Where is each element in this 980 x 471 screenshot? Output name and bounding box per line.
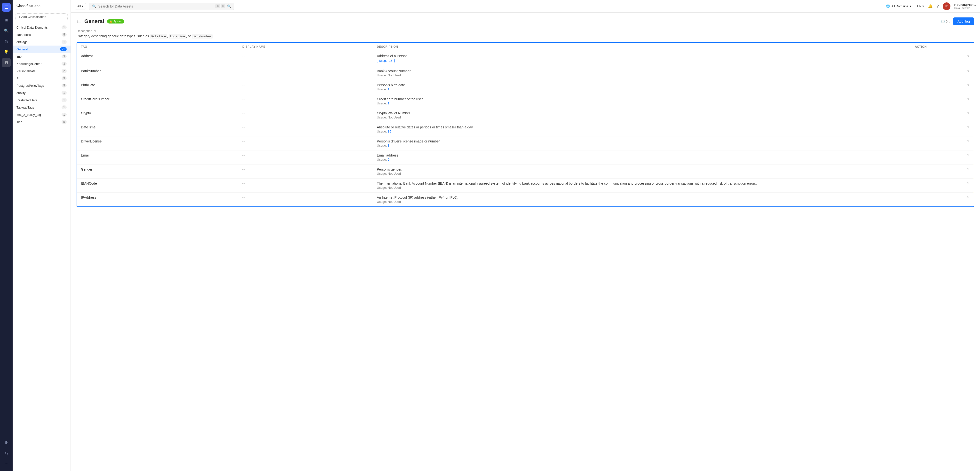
- sidebar-item-databricks[interactable]: databricks5: [13, 31, 70, 38]
- display-name: --: [242, 69, 245, 73]
- sidebar-item-label: imp: [16, 55, 22, 58]
- tag-name: IBANCode: [81, 181, 97, 185]
- add-classification-button[interactable]: + Add Classification: [16, 13, 68, 20]
- sidebar-item-count: 2: [62, 69, 67, 73]
- usage-link[interactable]: 35: [388, 130, 391, 133]
- all-filter-dropdown[interactable]: All ▾: [75, 3, 86, 10]
- edit-icon[interactable]: ✎: [967, 196, 970, 199]
- sidebar-item-count: 3: [62, 76, 67, 80]
- user-role: Data Steward: [954, 6, 976, 10]
- sidebar-item-test_2_policy_tag[interactable]: test_2_policy_tag1: [13, 111, 70, 118]
- description-cell: The International Bank Account Number (I…: [377, 181, 907, 185]
- sidebar-item-knowledgecenter[interactable]: KnowledgeCenter3: [13, 60, 70, 67]
- description-text: Category describing generic data types, …: [76, 34, 974, 38]
- sidebar-item-restricteddata[interactable]: RestrictedData1: [13, 96, 70, 104]
- table-row: DriverLicense -- Person's driver's licen…: [77, 137, 974, 150]
- user-avatar[interactable]: R: [943, 2, 950, 10]
- sidebar-item-pii[interactable]: PII3: [13, 75, 70, 82]
- edit-icon[interactable]: ✎: [967, 153, 970, 157]
- nav-govern[interactable]: ⊟: [2, 58, 11, 67]
- usage-text: Usage: 35: [377, 130, 907, 133]
- edit-icon[interactable]: ✎: [967, 139, 970, 143]
- sidebar-item-count: 1: [62, 40, 67, 44]
- usage-link[interactable]: 1: [388, 102, 390, 105]
- table-row: Email -- Email address. Usage: 9 ✎: [77, 150, 974, 164]
- usage-link[interactable]: 9: [388, 158, 390, 161]
- display-name: --: [242, 97, 245, 101]
- history-icon: 🕐: [941, 20, 945, 23]
- edit-description-icon[interactable]: ✎: [94, 29, 97, 33]
- edit-icon[interactable]: ✎: [967, 83, 970, 87]
- sidebar-item-label: quality: [16, 91, 26, 95]
- help-icon[interactable]: ?: [937, 4, 939, 8]
- sidebar-item-postgrespolicytags[interactable]: PostgresPolicyTags5: [13, 82, 70, 89]
- display-name: --: [242, 139, 245, 143]
- notification-bell-icon[interactable]: 🔔: [928, 4, 933, 8]
- sidebar-item-label: databricks: [16, 33, 31, 37]
- col-header-action: ACTION: [911, 43, 974, 51]
- sidebar-item-label: dbtTags: [16, 40, 28, 44]
- sidebar-item-imp[interactable]: imp3: [13, 53, 70, 60]
- history-button[interactable]: 🕐 0...: [941, 20, 950, 23]
- table-row: IBANCode -- The International Bank Accou…: [77, 178, 974, 193]
- search-bar[interactable]: 🔍 ⌘ K 🔍: [89, 3, 234, 10]
- tag-name: DateTime: [81, 125, 95, 129]
- description-cell: Person's birth date.: [377, 83, 907, 87]
- sidebar-item-label: General: [16, 48, 28, 51]
- language-selector[interactable]: EN ▾: [917, 4, 924, 8]
- sidebar-item-dbttags[interactable]: dbtTags1: [13, 38, 70, 46]
- edit-icon[interactable]: ✎: [967, 54, 970, 58]
- top-nav: All ▾ 🔍 ⌘ K 🔍 🌐 All Domains ▾ E: [71, 0, 980, 13]
- nav-search[interactable]: 🔍: [2, 26, 11, 35]
- sidebar-item-count: 1: [62, 105, 67, 109]
- usage-text: Usage: 1: [377, 88, 907, 91]
- search-input[interactable]: [98, 4, 213, 8]
- sidebar-item-critical-data-elements[interactable]: Critical Data Elements1: [13, 24, 70, 31]
- display-name: --: [242, 111, 245, 115]
- sidebar-item-count: 3: [62, 54, 67, 58]
- edit-icon[interactable]: ✎: [967, 69, 970, 73]
- sidebar-item-general[interactable]: General21: [13, 46, 70, 53]
- sidebar-item-count: 1: [62, 98, 67, 102]
- sidebar-item-personaldata[interactable]: PersonalData2: [13, 67, 70, 75]
- nav-discover[interactable]: ◎: [2, 37, 11, 46]
- edit-icon[interactable]: ✎: [967, 97, 970, 101]
- nav-logout[interactable]: →: [2, 459, 11, 468]
- content-area: 🏷 General 🔒 System 🕐 0... Add Tag: [71, 13, 980, 471]
- table-row: Gender -- Person's gender. Usage: Not Us…: [77, 164, 974, 178]
- edit-icon[interactable]: ✎: [967, 181, 970, 185]
- tag-name: BirthDate: [81, 83, 95, 87]
- nav-connections[interactable]: ⇆: [2, 449, 11, 457]
- nav-settings[interactable]: ⚙: [2, 438, 11, 447]
- sidebar-item-label: RestrictedData: [16, 99, 37, 102]
- sidebar-item-tableautags[interactable]: TableauTags1: [13, 104, 70, 111]
- edit-icon[interactable]: ✎: [967, 167, 970, 171]
- domain-selector[interactable]: 🌐 All Domains ▾: [884, 3, 913, 9]
- col-header-tag: TAG: [77, 43, 239, 51]
- edit-icon[interactable]: ✎: [967, 125, 970, 129]
- edit-icon[interactable]: ✎: [967, 111, 970, 115]
- usage-link[interactable]: 1: [388, 88, 390, 91]
- description-cell: Email address.: [377, 153, 907, 157]
- usage-box[interactable]: Usage: 16: [377, 59, 395, 63]
- shield-icon: 🔒: [109, 20, 113, 23]
- description-section: Description ✎ Category describing generi…: [76, 29, 974, 38]
- description-cell: Address of a Person.: [377, 54, 907, 58]
- search-icon: 🔍: [92, 4, 96, 8]
- sidebar-list: Critical Data Elements1databricks5dbtTag…: [13, 23, 70, 471]
- nav-insights[interactable]: 💡: [2, 48, 11, 56]
- tag-name: DriverLicense: [81, 139, 102, 143]
- display-name: --: [242, 167, 245, 171]
- sidebar-item-quality[interactable]: quality1: [13, 89, 70, 96]
- tag-name: BankNumber: [81, 69, 101, 73]
- usage-link[interactable]: 3: [388, 144, 390, 147]
- description-cell: Absolute or relative dates or periods or…: [377, 125, 907, 129]
- table-row: DateTime -- Absolute or relative dates o…: [77, 123, 974, 137]
- add-tag-button[interactable]: Add Tag: [953, 18, 974, 25]
- sidebar-item-count: 1: [62, 113, 67, 116]
- app-logo[interactable]: ☰: [2, 3, 11, 12]
- sidebar-item-tier[interactable]: Tier5: [13, 118, 70, 126]
- sidebar-item-count: 1: [62, 91, 67, 95]
- nav-home[interactable]: ⊞: [2, 16, 11, 24]
- display-name: --: [242, 83, 245, 87]
